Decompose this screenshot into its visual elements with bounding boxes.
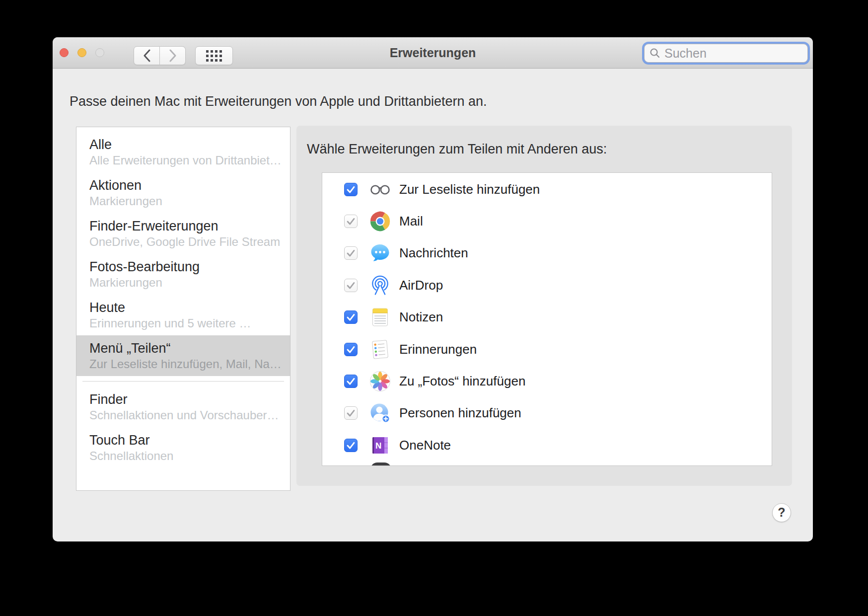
sidebar-item[interactable]: Menü „Teilen“Zur Leseliste hinzufügen, M… [76, 335, 290, 376]
page-subtitle: Passe deinen Mac mit Erweiterungen von A… [70, 94, 487, 109]
extension-label: OneNote [399, 438, 451, 453]
sidebar-item-sublabel: Zur Leseliste hinzufügen, Mail, Nach… [89, 357, 283, 371]
svg-text:N: N [375, 441, 381, 451]
show-all-grid-icon [206, 50, 222, 62]
extension-label: Zur Leseliste hinzufügen [399, 182, 540, 197]
extension-checkbox[interactable] [344, 375, 358, 388]
sidebar-item[interactable]: FinderSchnellaktionen und Vorschaubereic… [76, 386, 290, 427]
extension-label: Notizen [399, 309, 443, 325]
extension-row: Erinnerungen [322, 333, 772, 365]
extension-label: Zu „Fotos“ hinzufügen [399, 374, 525, 389]
sidebar-item[interactable]: AlleAlle Erweiterungen von Drittanbieter… [76, 132, 290, 172]
help-button[interactable]: ? [772, 503, 791, 522]
extension-row: Zur Leseliste hinzufügen [322, 173, 772, 205]
extension-checkbox[interactable] [344, 279, 358, 292]
extension-label: AirDrop [399, 278, 443, 293]
extension-checkbox[interactable] [344, 343, 358, 356]
sidebar-item-sublabel: Markierungen [89, 194, 283, 208]
forward-button[interactable] [160, 46, 186, 65]
search-field[interactable] [644, 44, 808, 63]
sidebar-divider [82, 381, 284, 382]
extensions-preferences-window: Erweiterungen Passe deinen Mac mit Erwei… [53, 37, 813, 541]
titlebar[interactable]: Erweiterungen [53, 37, 813, 69]
chrome-browser-icon [369, 210, 391, 232]
extension-checkbox[interactable] [344, 439, 358, 452]
add-person-icon [369, 402, 391, 424]
extension-label: Nachrichten [399, 245, 468, 261]
sidebar-item-sublabel: Erinnerungen und 5 weitere … [89, 316, 283, 330]
extension-checkbox[interactable] [344, 183, 358, 196]
extension-row: N OneNote [322, 429, 772, 461]
search-icon [650, 48, 660, 59]
extensions-list[interactable]: Zur Leseliste hinzufügen Mail Nachrichte… [322, 172, 772, 466]
close-button[interactable] [60, 48, 69, 57]
sidebar-item[interactable]: HeuteErinnerungen und 5 weitere … [76, 295, 290, 335]
messages-bubble-icon [369, 242, 391, 264]
back-button[interactable] [134, 46, 160, 65]
sidebar-item-sublabel: Alle Erweiterungen von Drittanbietern [89, 153, 283, 167]
photos-flower-icon [369, 370, 391, 392]
extension-row: Personen hinzufügen [322, 397, 772, 429]
extension-checkbox[interactable] [344, 406, 358, 420]
panel-header: Wähle Erweiterungen zum Teilen mit Ander… [307, 142, 607, 157]
sidebar-item-sublabel: Schnellaktionen und Vorschaubereich [89, 408, 283, 422]
onenote-icon: N [369, 434, 391, 457]
minimize-button[interactable] [77, 48, 86, 57]
extension-row: Zu „Fotos“ hinzufügen [322, 365, 772, 397]
back-chevron-icon [143, 49, 151, 62]
extension-row: AirDrop [322, 269, 772, 301]
show-all-button[interactable] [195, 46, 233, 65]
reading-glasses-icon [369, 178, 391, 201]
sidebar-item-label: Finder-Erweiterungen [89, 218, 283, 234]
sidebar-item[interactable]: Fotos-BearbeitungMarkierungen [76, 254, 290, 295]
sidebar-item-label: Fotos-Bearbeitung [89, 258, 283, 275]
sidebar-item-sublabel: OneDrive, Google Drive File Stream [89, 234, 283, 249]
sidebar-item-label: Aktionen [89, 177, 283, 194]
sidebar-item-label: Heute [89, 299, 283, 316]
sidebar-item-label: Alle [89, 136, 283, 153]
sidebar-item-label: Menü „Teilen“ [89, 340, 283, 357]
sidebar-item-sublabel: Markierungen [89, 275, 283, 290]
extension-checkbox[interactable] [344, 215, 358, 228]
sidebar-item-sublabel: Schnellaktionen [89, 449, 283, 463]
sidebar-item-label: Finder [89, 391, 283, 408]
extension-row: Nachrichten [322, 237, 772, 269]
sidebar-list[interactable]: AlleAlle Erweiterungen von Drittanbieter… [76, 127, 290, 491]
extension-label: Personen hinzufügen [399, 405, 521, 421]
zoom-button[interactable] [95, 48, 104, 57]
reminders-icon [369, 338, 391, 361]
share-menu-panel: Wähle Erweiterungen zum Teilen mit Ander… [296, 126, 792, 486]
sidebar-item-label: Touch Bar [89, 432, 283, 449]
search-input[interactable] [663, 46, 802, 61]
sidebar-item[interactable]: Finder-ErweiterungenOneDrive, Google Dri… [76, 213, 290, 254]
extension-checkbox[interactable] [344, 246, 358, 260]
extension-row: Mail [322, 205, 772, 237]
notes-icon [369, 306, 391, 328]
screen-background: Erweiterungen Passe deinen Mac mit Erwei… [0, 0, 868, 616]
extension-checkbox[interactable] [344, 310, 358, 324]
dark-app-icon-partial [370, 462, 391, 466]
sidebar-item[interactable]: Touch BarSchnellaktionen [76, 427, 290, 468]
extension-label: Mail [399, 214, 423, 229]
extension-row: Notizen [322, 302, 772, 333]
forward-chevron-icon [169, 49, 177, 62]
extension-label: Erinnerungen [399, 342, 477, 357]
sidebar-item[interactable]: AktionenMarkierungen [76, 172, 290, 213]
airdrop-icon [369, 274, 391, 297]
